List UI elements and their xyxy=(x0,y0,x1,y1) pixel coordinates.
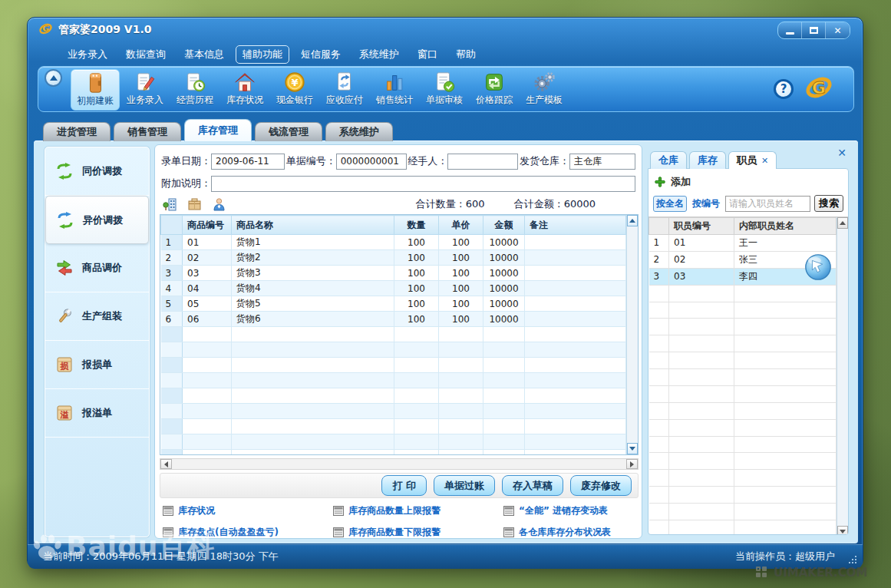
sidebar-item-same-price-transfer[interactable]: 同价调拨 xyxy=(45,147,149,196)
handler-input[interactable] xyxy=(447,154,518,170)
horizontal-scrollbar[interactable] xyxy=(160,458,639,470)
sidebar-item-overflow-report[interactable]: 溢 报溢单 xyxy=(45,389,149,438)
document-swap-arrows-icon xyxy=(333,71,356,94)
col-goods-name[interactable]: 商品名称 xyxy=(232,216,394,235)
maximize-button[interactable] xyxy=(802,22,826,38)
col-amount[interactable]: 金额 xyxy=(483,216,525,235)
toolbar-item-production-template[interactable]: 生产模板 xyxy=(520,69,569,111)
sidebar-item-diff-price-transfer[interactable]: 异价调拨 xyxy=(45,196,149,244)
collapse-toolbar-button[interactable] xyxy=(45,69,62,87)
filter-by-code-link[interactable]: 按编号 xyxy=(691,197,721,211)
toolbar-item-document-audit[interactable]: 单据审核 xyxy=(420,69,469,111)
close-button[interactable]: ✕ xyxy=(826,22,850,38)
link-inventory-status[interactable]: 库存状况 xyxy=(163,504,333,517)
employee-row[interactable]: 101王一 xyxy=(649,235,837,252)
post-document-button[interactable]: 单据过账 xyxy=(434,475,495,496)
empty-row xyxy=(649,436,837,453)
filter-by-name-link[interactable]: 按全名 xyxy=(653,196,687,212)
status-current-time: 当前时间：2009年06月11日 星期四 18时30分 下午 xyxy=(43,550,279,563)
col-quantity[interactable]: 数量 xyxy=(394,216,439,235)
col-employee-name[interactable]: 内部职员姓名 xyxy=(734,218,837,235)
col-goods-code[interactable]: 商品编号 xyxy=(183,216,232,235)
toolbar-item-sales-stats[interactable]: 销售统计 xyxy=(370,69,419,111)
toolbar-item-business-entry[interactable]: 业务录入 xyxy=(120,69,170,111)
report-icon xyxy=(503,506,514,516)
table-row[interactable]: 101货物110010010000 xyxy=(161,235,626,250)
goods-box-icon[interactable] xyxy=(187,197,202,212)
col-employee-code[interactable]: 职员编号 xyxy=(669,218,734,235)
scroll-up-button[interactable] xyxy=(627,215,638,226)
table-row[interactable]: 404货物410010010000 xyxy=(161,281,626,296)
toolbar-item-business-history[interactable]: 经营历程 xyxy=(170,69,219,111)
toolbar-item-price-tracking[interactable]: 价格跟踪 xyxy=(470,69,519,111)
print-button[interactable]: 打 印 xyxy=(381,475,427,496)
resize-grip[interactable] xyxy=(849,555,857,563)
order-date-input[interactable] xyxy=(211,154,285,170)
pencil-document-icon xyxy=(134,71,157,94)
search-button[interactable]: 搜索 xyxy=(814,195,843,212)
toolbar-item-receivable-payable[interactable]: 应收应付 xyxy=(320,69,369,111)
menu-business-entry[interactable]: 业务录入 xyxy=(58,45,117,64)
menu-basic-info[interactable]: 基本信息 xyxy=(175,45,233,64)
tab-cashflow-management[interactable]: 钱流管理 xyxy=(255,122,322,141)
table-row[interactable]: 303货物310010010000 xyxy=(161,266,626,281)
tab-close-icon[interactable]: ✕ xyxy=(761,156,768,166)
tab-sales-management[interactable]: 销售管理 xyxy=(114,122,181,141)
link-qty-upper-limit-alert[interactable]: 库存商品数量上限报警 xyxy=(333,504,503,517)
add-label[interactable]: 添加 xyxy=(671,175,691,189)
lookup-tab-inventory[interactable]: 库存 xyxy=(689,151,726,169)
lookup-tab-employee[interactable]: 职员✕ xyxy=(728,151,777,169)
title-bar[interactable]: G 管家婆2009 V1.0 ✕ xyxy=(28,18,863,42)
sidebar-item-loss-report[interactable]: 损 报损单 xyxy=(45,341,149,389)
panel-close-icon[interactable]: ✕ xyxy=(837,147,846,159)
col-unit-price[interactable]: 单价 xyxy=(439,216,483,235)
menu-help[interactable]: 帮助 xyxy=(447,45,485,64)
employee-row-selected[interactable]: 303李四 xyxy=(649,268,837,285)
sidebar-item-production-assembly[interactable]: 生产组装 xyxy=(45,292,149,341)
save-draft-button[interactable]: 存入草稿 xyxy=(502,475,563,496)
table-row[interactable]: 202货物210010010000 xyxy=(161,250,626,266)
discard-changes-button[interactable]: 废弃修改 xyxy=(570,475,632,496)
lookup-tab-warehouse[interactable]: 仓库 xyxy=(650,151,687,169)
help-button[interactable]: ? xyxy=(774,79,794,99)
menu-data-query[interactable]: 数据查询 xyxy=(117,45,175,64)
sidebar-item-goods-reprice[interactable]: 商品调价 xyxy=(45,244,149,292)
employee-row[interactable]: 202张三 xyxy=(649,251,837,268)
toolbar-item-initial-setup[interactable]: 初期建账 xyxy=(71,69,120,111)
price-arrows-box-icon xyxy=(483,71,506,94)
link-warehouse-distribution[interactable]: 各仓库库存分布状况表 xyxy=(503,526,635,539)
vertical-scrollbar[interactable] xyxy=(626,215,638,454)
employee-person-icon[interactable] xyxy=(212,197,226,212)
document-clock-icon xyxy=(183,71,206,94)
scroll-left-button[interactable] xyxy=(160,459,172,469)
tab-inventory-management[interactable]: 库存管理 xyxy=(184,119,252,141)
scroll-down-button[interactable] xyxy=(837,526,848,535)
tab-purchase-management[interactable]: 进货管理 xyxy=(43,122,111,141)
employee-search-input[interactable] xyxy=(725,196,810,212)
add-plus-icon[interactable] xyxy=(655,177,665,187)
lookup-panel: ✕ 仓库 库存 职员✕ 添加 按全名 按编号 搜索 xyxy=(648,146,849,537)
warehouse-building-icon[interactable] xyxy=(163,197,177,212)
warehouse-input[interactable] xyxy=(569,154,635,170)
table-row[interactable]: 606货物610010010000 xyxy=(161,312,626,327)
col-remark[interactable]: 备注 xyxy=(525,216,626,235)
link-allpower-flow-report[interactable]: “全能” 进销存变动表 xyxy=(503,504,635,517)
tab-system-maintenance[interactable]: 系统维护 xyxy=(325,122,393,141)
scroll-right-button[interactable] xyxy=(626,459,638,469)
menu-window[interactable]: 窗口 xyxy=(408,45,447,64)
table-row[interactable]: 505货物510010010000 xyxy=(161,296,626,312)
scroll-down-button[interactable] xyxy=(627,443,638,454)
toolbar-item-inventory-status[interactable]: 库存状况 xyxy=(220,69,269,111)
menu-aux-functions[interactable]: 辅助功能 xyxy=(236,45,289,64)
scroll-up-button[interactable] xyxy=(837,217,848,229)
note-input[interactable] xyxy=(211,176,635,192)
arrow-right-icon xyxy=(630,461,634,467)
link-stocktake[interactable]: 库存盘点(自动盘盈盘亏) xyxy=(163,526,333,539)
toolbar-item-cash-bank[interactable]: ¥ 现金银行 xyxy=(270,69,319,111)
menu-sms-service[interactable]: 短信服务 xyxy=(292,45,350,64)
doc-no-input[interactable] xyxy=(336,154,407,170)
link-qty-lower-limit-alert[interactable]: 库存商品数量下限报警 xyxy=(333,526,503,539)
minimize-button[interactable] xyxy=(778,22,802,38)
employee-vertical-scrollbar[interactable] xyxy=(837,217,848,535)
menu-system-maintenance[interactable]: 系统维护 xyxy=(350,45,408,64)
